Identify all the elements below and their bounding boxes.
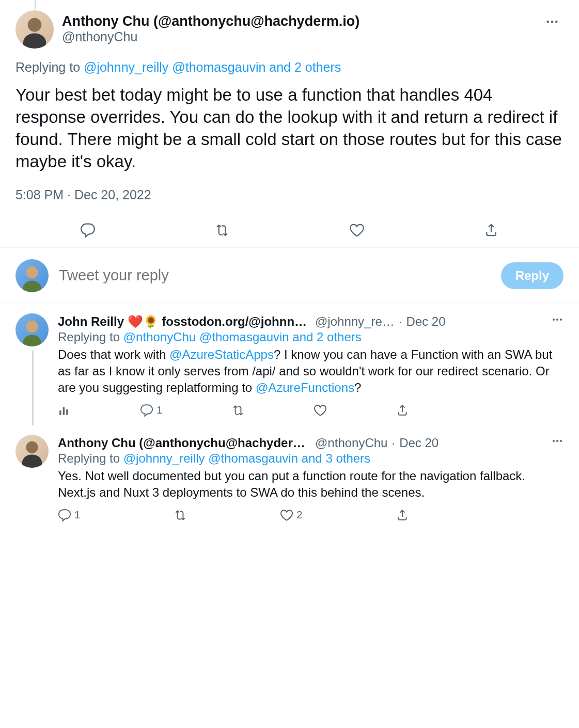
share-icon[interactable] — [396, 509, 409, 522]
author-handle[interactable]: @johnny_re… — [315, 314, 395, 329]
svg-point-19 — [560, 440, 562, 442]
reply-input[interactable] — [59, 267, 491, 284]
mention-link[interactable]: @johnny_reilly — [84, 60, 168, 74]
svg-point-6 — [23, 280, 41, 292]
avatar[interactable] — [15, 259, 49, 292]
svg-point-17 — [553, 440, 555, 442]
mention-link[interactable]: @AzureFunctions — [256, 381, 354, 394]
tweet-text: Your best bet today might be to use a fu… — [15, 84, 564, 173]
svg-point-15 — [26, 441, 38, 453]
others-link[interactable]: and 2 others — [265, 60, 341, 74]
svg-point-7 — [26, 321, 38, 333]
timestamp[interactable]: 5:08 PM · Dec 20, 2022 — [15, 187, 564, 202]
more-icon[interactable] — [551, 435, 564, 449]
mention-link[interactable]: @johnny_reilly — [123, 451, 205, 465]
mention-link[interactable]: @nthonyChu — [123, 330, 196, 344]
svg-point-0 — [28, 18, 42, 32]
tweet-date[interactable]: Dec 20 — [406, 314, 445, 329]
others-link[interactable]: and 3 others — [298, 451, 370, 465]
author-name[interactable]: John Reilly ❤️🌻 fosstodon.org/@johnny_r… — [58, 314, 311, 329]
thread-line — [32, 351, 34, 425]
like-icon[interactable] — [314, 404, 327, 417]
svg-point-9 — [553, 319, 555, 321]
svg-point-3 — [551, 21, 554, 23]
mention-link[interactable]: @AzureStaticApps — [169, 347, 274, 361]
tweet-date[interactable]: Dec 20 — [399, 436, 439, 450]
like-icon[interactable] — [349, 223, 365, 238]
mention-link[interactable]: @thomasgauvin — [208, 451, 298, 465]
views-icon[interactable] — [58, 404, 71, 417]
action-bar — [0, 213, 579, 248]
author-handle[interactable]: @nthonyChu — [62, 29, 533, 44]
svg-point-5 — [26, 266, 38, 278]
svg-point-8 — [23, 335, 41, 346]
others-link[interactable]: and 2 others — [289, 330, 362, 344]
more-icon[interactable] — [541, 10, 564, 35]
svg-point-2 — [547, 21, 550, 23]
svg-point-18 — [556, 440, 558, 442]
thread-line — [35, 0, 36, 9]
svg-rect-12 — [59, 410, 61, 415]
svg-rect-14 — [66, 409, 68, 415]
svg-point-4 — [555, 21, 558, 23]
author-name[interactable]: Anthony Chu (@anthonychu@hachyderm.io) — [58, 436, 311, 450]
share-icon[interactable] — [396, 404, 409, 417]
tweet-text: Yes. Not well documented but you can put… — [58, 468, 564, 501]
like-icon[interactable]: 2 — [280, 509, 302, 522]
retweet-icon[interactable] — [231, 404, 245, 417]
avatar[interactable] — [15, 10, 54, 49]
author-handle[interactable]: @nthonyChu — [315, 436, 387, 450]
replying-to: Replying to @johnny_reilly @thomasgauvin… — [58, 451, 564, 466]
svg-point-1 — [23, 33, 46, 49]
replying-to: Replying to @nthonyChu @thomasgauvin and… — [58, 330, 564, 344]
share-icon[interactable] — [483, 223, 499, 238]
tweet-text: Does that work with @AzureStaticApps? I … — [58, 346, 564, 397]
mention-link[interactable]: @thomasgauvin — [172, 60, 265, 74]
mention-link[interactable]: @thomasgauvin — [199, 330, 289, 344]
retweet-icon[interactable] — [174, 509, 187, 522]
more-icon[interactable] — [551, 313, 564, 328]
reply-button[interactable]: Reply — [501, 262, 564, 289]
svg-rect-13 — [63, 407, 65, 415]
replying-to: Replying to @johnny_reilly @thomasgauvin… — [15, 60, 564, 75]
svg-point-16 — [22, 454, 42, 468]
reply-icon[interactable] — [80, 223, 96, 238]
avatar[interactable] — [15, 435, 49, 468]
retweet-icon[interactable] — [214, 223, 230, 238]
svg-point-11 — [560, 319, 562, 321]
author-name[interactable]: Anthony Chu (@anthonychu@hachyderm.io) — [62, 13, 533, 29]
svg-point-10 — [556, 319, 558, 321]
reply-icon[interactable]: 1 — [140, 404, 162, 417]
avatar[interactable] — [15, 313, 49, 346]
reply-icon[interactable]: 1 — [58, 509, 80, 522]
